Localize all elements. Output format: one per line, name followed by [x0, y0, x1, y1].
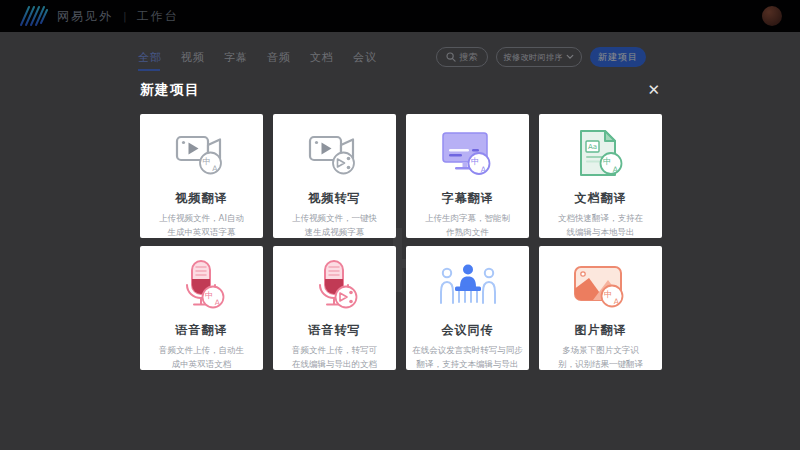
meeting-interpretation-icon [436, 258, 500, 314]
card-desc: 多场景下图片文字识 别，识别结果一键翻译 [554, 344, 647, 371]
card-meeting-interpretation[interactable]: 会议同传 在线会议发言实时转写与同步 翻译，支持文本编辑与导出 [406, 246, 529, 370]
card-image-translate[interactable]: 图片翻译 多场景下图片文字识 别，识别结果一键翻译 [539, 246, 662, 370]
card-speech-translate[interactable]: 语音翻译 音频文件上传，自动生 成中英双语文档 [140, 246, 263, 370]
card-title: 视频转写 [309, 190, 361, 207]
card-desc: 文档快速翻译，支持在 线编辑与本地导出 [554, 212, 647, 239]
subtitle-translate-icon [436, 126, 500, 182]
card-video-transcribe[interactable]: 视频转写 上传视频文件，一键快 速生成视频字幕 [273, 114, 396, 238]
new-project-modal: 新建项目 ✕ 视频翻译 上传视频文件，AI自动 生成中 [140, 80, 662, 370]
card-subtitle-translate[interactable]: 字幕翻译 上传生肉字幕，智能制 作熟肉文件 [406, 114, 529, 238]
speech-translate-icon [170, 258, 234, 314]
document-translate-icon: Aa [569, 126, 633, 182]
speech-transcribe-icon [303, 258, 367, 314]
card-desc: 在线会议发言实时转写与同步 翻译，支持文本编辑与导出 [408, 344, 527, 371]
card-document-translate[interactable]: Aa 文档翻译 文档快速翻译，支持在 线编辑与本地导出 [539, 114, 662, 238]
card-title: 语音转写 [309, 322, 361, 339]
card-video-translate[interactable]: 视频翻译 上传视频文件，AI自动 生成中英双语字幕 [140, 114, 263, 238]
card-title: 会议同传 [442, 322, 494, 339]
image-translate-icon [569, 258, 633, 314]
card-title: 语音翻译 [176, 322, 228, 339]
card-desc: 上传视频文件，AI自动 生成中英双语字幕 [155, 212, 248, 239]
video-translate-icon [170, 126, 234, 182]
app-window: 网易见外 | 工作台 全部 视频 字幕 音频 文档 会议 [0, 0, 800, 450]
modal-header: 新建项目 ✕ [140, 80, 662, 100]
project-type-grid: 视频翻译 上传视频文件，AI自动 生成中英双语字幕 视 [140, 114, 662, 370]
card-title: 字幕翻译 [442, 190, 494, 207]
card-title: 文档翻译 [575, 190, 627, 207]
close-icon[interactable]: ✕ [645, 83, 662, 98]
card-title: 图片翻译 [575, 322, 627, 339]
modal-title: 新建项目 [140, 81, 200, 99]
card-desc: 音频文件上传，自动生 成中英双语文档 [155, 344, 248, 371]
card-desc: 上传生肉字幕，智能制 作熟肉文件 [421, 212, 514, 239]
video-transcribe-icon [303, 126, 367, 182]
card-desc: 上传视频文件，一键快 速生成视频字幕 [288, 212, 381, 239]
card-speech-transcribe[interactable]: 语音转写 音频文件上传，转写可 在线编辑与导出的文档 [273, 246, 396, 370]
svg-text:Aa: Aa [587, 143, 596, 151]
card-title: 视频翻译 [176, 190, 228, 207]
card-desc: 音频文件上传，转写可 在线编辑与导出的文档 [288, 344, 381, 371]
